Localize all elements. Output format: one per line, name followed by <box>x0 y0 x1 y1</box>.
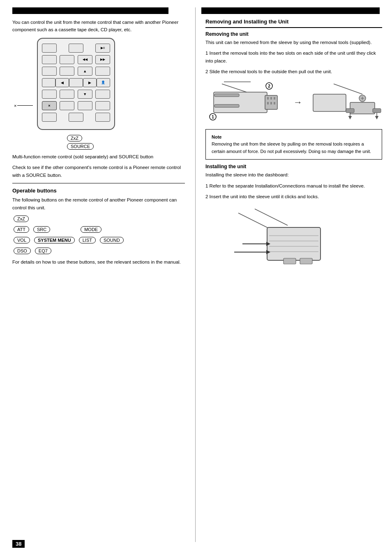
section2-text: The following buttons on the remote cont… <box>12 196 185 211</box>
intro-text-2: Check to see if the other component's re… <box>12 164 185 179</box>
removal-step2: 2 Slide the removal tools to the outside… <box>205 68 382 75</box>
svg-rect-28 <box>267 227 321 260</box>
section3-text: For details on how to use these buttons,… <box>12 258 185 266</box>
svg-rect-3 <box>270 97 272 100</box>
svg-line-25 <box>334 84 362 94</box>
right-header-bar <box>201 7 380 14</box>
button-pills-row3: DSO EQ7 <box>12 247 185 255</box>
att-pill: ATT <box>14 226 29 233</box>
svg-rect-4 <box>274 97 275 100</box>
svg-rect-38 <box>300 258 312 264</box>
removal-svg-left: 1 2 <box>205 80 287 125</box>
svg-line-8 <box>222 84 247 92</box>
svg-text:2: 2 <box>268 84 270 88</box>
install-step2: 2 Insert the unit into the sleeve until … <box>205 193 382 200</box>
section2-title: Operable buttons <box>12 188 185 194</box>
x-label: × <box>14 103 16 108</box>
remote-note-desc: Multi-function remote control (sold sepa… <box>12 153 185 160</box>
removal-diagram: 1 2 → <box>205 80 382 125</box>
install-svg <box>230 205 337 287</box>
note-label: Note <box>212 134 221 139</box>
install-step1: 1 Refer to the separate Installation/Con… <box>205 182 382 190</box>
sound-pill: SOUND <box>100 237 124 243</box>
zxz-pill-1: ZxZ <box>67 135 82 141</box>
remote-illustration: × × <box>37 38 115 130</box>
left-header-bar <box>12 7 168 14</box>
arrow-symbol: → <box>293 97 302 108</box>
svg-line-27 <box>255 209 288 225</box>
note-box: Note Removing the unit from the sleeve b… <box>205 129 382 160</box>
svg-rect-22 <box>373 109 381 113</box>
svg-line-26 <box>238 213 271 229</box>
left-intro-text: You can control the unit from the remote… <box>12 19 185 34</box>
right-section-title: Removing and Installing the Unit <box>205 19 382 25</box>
svg-rect-2 <box>267 97 269 100</box>
dso-pill: DSO <box>14 248 31 254</box>
source-pill: SOURCE <box>67 143 94 150</box>
svg-rect-37 <box>284 258 296 264</box>
zxz-pill-2: ZxZ <box>14 215 29 222</box>
install-title: Installing the unit <box>205 164 382 169</box>
svg-rect-6 <box>270 102 272 104</box>
vol-pill: VOL <box>14 237 30 243</box>
button-pills-row1: ATT SRC MODE <box>12 225 185 234</box>
install-diagram <box>230 205 382 288</box>
button-pills-row2: VOL SYSTEM MENU LIST SOUND <box>12 236 185 244</box>
removal-title: Removing the unit <box>205 31 382 37</box>
svg-rect-21 <box>346 109 354 113</box>
right-hline <box>205 27 382 28</box>
note-text: Removing the unit from the sleeve by pul… <box>212 141 371 154</box>
src-pill: SRC <box>33 226 50 233</box>
removal-text: This unit can be removed from the sleeve… <box>205 39 382 46</box>
svg-rect-10 <box>214 104 239 107</box>
svg-text:1: 1 <box>212 115 214 119</box>
install-text: Installing the sleeve into the dashboard… <box>205 171 382 178</box>
eq7-pill: EQ7 <box>35 248 51 254</box>
svg-rect-16 <box>313 94 346 111</box>
system-menu-pill: SYSTEM MENU <box>34 237 75 243</box>
removal-step1: 1 Insert the removal tools into the two … <box>205 49 382 65</box>
svg-rect-5 <box>267 102 269 104</box>
page-number: 38 <box>12 540 25 548</box>
removal-svg-right <box>309 80 382 125</box>
svg-rect-9 <box>214 94 239 97</box>
svg-rect-7 <box>274 102 275 104</box>
list-pill: LIST <box>79 237 96 243</box>
column-divider <box>195 7 196 542</box>
mode-pill: MODE <box>81 226 101 233</box>
hline-1 <box>12 183 185 184</box>
x-button: × <box>42 101 57 110</box>
